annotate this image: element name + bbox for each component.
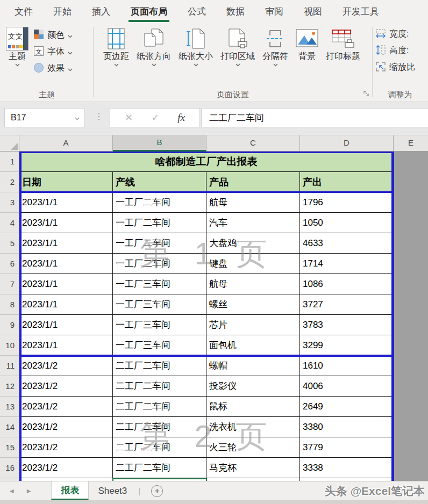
column-header-d[interactable]: D bbox=[300, 135, 394, 152]
print-area-border-left[interactable] bbox=[19, 152, 22, 481]
cell-outside-print-area[interactable] bbox=[394, 417, 428, 437]
print-area-border-top[interactable] bbox=[19, 152, 394, 153]
print-titles-border[interactable] bbox=[19, 191, 394, 193]
cell-line[interactable]: 二工厂二车间 bbox=[113, 376, 206, 397]
cell-output[interactable]: 3299 bbox=[300, 335, 394, 356]
cell-date[interactable]: 2023/1/2 bbox=[19, 397, 113, 417]
cell-product[interactable]: 螺帽 bbox=[206, 356, 300, 376]
name-box-chevron-icon[interactable] bbox=[75, 113, 80, 123]
cell-outside-print-area[interactable] bbox=[394, 172, 428, 192]
cell-date[interactable]: 2023/1/2 bbox=[19, 458, 113, 478]
cell-outside-print-area[interactable] bbox=[394, 254, 428, 274]
cell-product[interactable]: 鼠标 bbox=[206, 397, 300, 417]
row-header[interactable]: 7 bbox=[0, 274, 19, 294]
cell-date[interactable]: 2023/1/2 bbox=[19, 376, 113, 397]
tab-file[interactable]: 文件 bbox=[4, 0, 43, 23]
effects-button[interactable]: 效果 bbox=[31, 60, 75, 77]
cell-date[interactable]: 2023/1/1 bbox=[19, 213, 113, 233]
cell-output[interactable]: 2649 bbox=[300, 397, 394, 417]
cell-product[interactable]: 投影仪 bbox=[206, 376, 300, 397]
tab-formulas[interactable]: 公式 bbox=[177, 0, 216, 23]
row-header[interactable]: 3 bbox=[0, 192, 19, 213]
tab-data[interactable]: 数据 bbox=[216, 0, 255, 23]
print-area-border-right[interactable] bbox=[391, 152, 394, 481]
cell-output[interactable]: 3338 bbox=[300, 458, 394, 478]
cell-line[interactable]: 一工厂三车间 bbox=[113, 335, 206, 356]
cell-product[interactable]: 面包机 bbox=[206, 335, 300, 356]
row-header[interactable]: 8 bbox=[0, 294, 19, 315]
column-header-a[interactable]: A bbox=[19, 135, 113, 152]
colors-button[interactable]: 颜色 bbox=[31, 27, 75, 44]
tab-page-layout[interactable]: 页面布局 bbox=[120, 0, 177, 23]
tab-insert[interactable]: 插入 bbox=[82, 0, 120, 23]
cell-product[interactable]: 马克杯 bbox=[206, 458, 300, 478]
cell-outside-print-area[interactable] bbox=[394, 376, 428, 397]
orientation-button[interactable]: 纸张方向 bbox=[134, 24, 174, 90]
cell-product[interactable]: 航母 bbox=[206, 192, 300, 213]
formula-input[interactable]: 二工厂二车间 bbox=[201, 108, 428, 127]
cell-line[interactable]: 一工厂二车间 bbox=[113, 192, 206, 213]
tab-home[interactable]: 开始 bbox=[43, 0, 82, 23]
cell-outside-print-area[interactable] bbox=[394, 437, 428, 458]
paper-size-button[interactable]: 纸张大小 bbox=[176, 24, 216, 90]
cell-output[interactable]: 1796 bbox=[300, 192, 394, 213]
column-header-c[interactable]: C bbox=[206, 135, 300, 152]
row-header[interactable]: 15 bbox=[0, 437, 19, 458]
row-header[interactable]: 10 bbox=[0, 335, 19, 356]
scale-height-control[interactable]: 高度: bbox=[375, 42, 425, 59]
row-header[interactable]: 12 bbox=[0, 376, 19, 397]
cell-line[interactable]: 二工厂二车间 bbox=[113, 356, 206, 376]
page-break-line[interactable] bbox=[19, 355, 394, 357]
row-header[interactable]: 16 bbox=[0, 458, 19, 478]
print-titles-button[interactable]: 打印标题 bbox=[323, 24, 363, 90]
cell-outside-print-area[interactable] bbox=[394, 315, 428, 335]
cell-outside-print-area[interactable] bbox=[394, 397, 428, 417]
prev-sheet-icon[interactable]: ◀ bbox=[10, 488, 14, 494]
cell-line[interactable]: 一工厂三车间 bbox=[113, 274, 206, 294]
row-header[interactable]: 13 bbox=[0, 397, 19, 417]
themes-button[interactable]: 文文 主题 bbox=[3, 24, 31, 90]
cell-line[interactable]: 一工厂三车间 bbox=[113, 315, 206, 335]
cell-output[interactable]: 1086 bbox=[300, 274, 394, 294]
name-box[interactable]: B17 bbox=[4, 108, 85, 127]
cell-product[interactable]: 汽车 bbox=[206, 213, 300, 233]
cell-date[interactable]: 2023/1/1 bbox=[19, 294, 113, 315]
row-header[interactable]: 4 bbox=[0, 213, 19, 233]
sheet-tab-report[interactable]: 报表 bbox=[51, 481, 89, 500]
cell-output[interactable]: 1610 bbox=[300, 356, 394, 376]
column-header-b[interactable]: B bbox=[113, 135, 206, 152]
scale-width-control[interactable]: 宽度: bbox=[375, 26, 425, 42]
tab-developer[interactable]: 开发工具 bbox=[332, 0, 389, 23]
scale-percent-control[interactable]: 缩放比 bbox=[375, 59, 425, 76]
cell-outside-print-area[interactable] bbox=[394, 356, 428, 376]
cell-outside-print-area[interactable] bbox=[394, 274, 428, 294]
cell-output[interactable]: 3727 bbox=[300, 294, 394, 315]
print-area-button[interactable]: 打印区域 bbox=[218, 24, 258, 90]
select-all-corner[interactable] bbox=[0, 135, 19, 152]
cell-line[interactable]: 一工厂二车间 bbox=[113, 213, 206, 233]
dialog-launcher-icon[interactable] bbox=[363, 90, 370, 99]
column-header-e[interactable]: E bbox=[394, 135, 428, 152]
cell-date[interactable]: 2023/1/1 bbox=[19, 192, 113, 213]
sheet-tab-sheet3[interactable]: Sheet3 bbox=[89, 481, 136, 500]
add-sheet-button[interactable]: + bbox=[151, 485, 163, 497]
header-cell-product[interactable]: 产品 bbox=[206, 172, 300, 192]
row-header[interactable]: 9 bbox=[0, 315, 19, 335]
cell-outside-print-area[interactable] bbox=[394, 152, 428, 172]
report-title-cell[interactable]: 啥都制造工厂产出报表 bbox=[19, 152, 394, 172]
row-header[interactable]: 2 bbox=[0, 172, 19, 192]
cell-line[interactable]: 一工厂三车间 bbox=[113, 294, 206, 315]
cell-outside-print-area[interactable] bbox=[394, 294, 428, 315]
cell-output[interactable]: 3783 bbox=[300, 315, 394, 335]
cell-line[interactable]: 二工厂二车间 bbox=[113, 397, 206, 417]
row-header[interactable]: 14 bbox=[0, 417, 19, 437]
row-header[interactable]: 5 bbox=[0, 233, 19, 254]
cancel-icon[interactable]: ✕ bbox=[125, 112, 133, 124]
tab-review[interactable]: 审阅 bbox=[255, 0, 294, 23]
cell-outside-print-area[interactable] bbox=[394, 233, 428, 254]
cell-date[interactable]: 2023/1/1 bbox=[19, 315, 113, 335]
cell-product[interactable]: 航母 bbox=[206, 274, 300, 294]
cell-output[interactable]: 1050 bbox=[300, 213, 394, 233]
cell-date[interactable]: 2023/1/1 bbox=[19, 335, 113, 356]
cell-outside-print-area[interactable] bbox=[394, 335, 428, 356]
